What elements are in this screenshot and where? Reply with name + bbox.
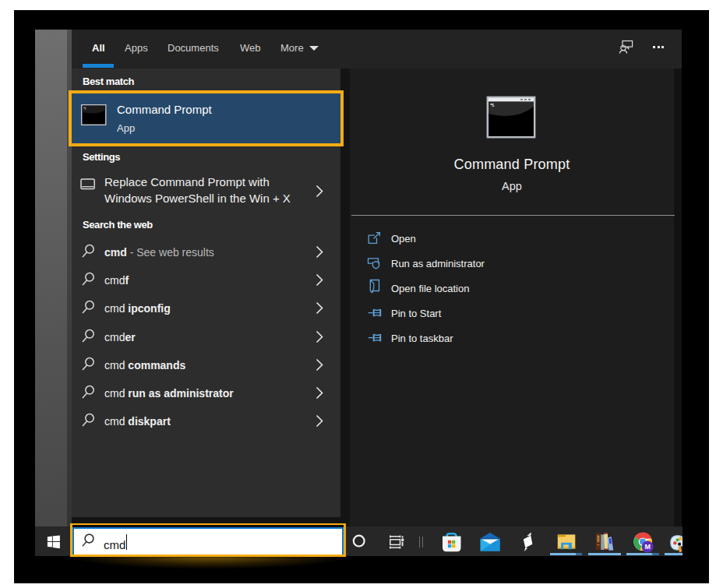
svg-text:M: M	[644, 543, 651, 551]
